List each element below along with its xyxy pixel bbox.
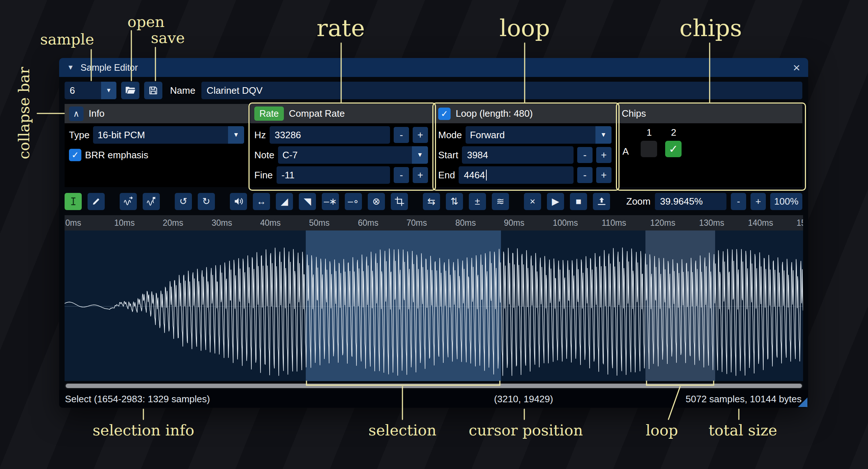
chevron-down-icon[interactable]: ▼ (101, 82, 116, 99)
text-caret (486, 170, 487, 181)
save-sample-button[interactable] (144, 82, 162, 99)
hz-input[interactable] (270, 126, 390, 144)
mode-label: Mode (438, 129, 462, 141)
annotation-loop-marker: loop (646, 422, 678, 439)
chevron-down-icon[interactable]: ▼ (595, 126, 612, 144)
hz-minus-button[interactable]: - (394, 127, 409, 143)
insert-silence-button[interactable]: –∗ (322, 193, 339, 210)
amplify-button[interactable] (230, 193, 247, 210)
loop-start-plus-button[interactable]: + (596, 147, 612, 163)
redo-button[interactable]: ↻ (198, 193, 215, 210)
note-label: Note (254, 150, 274, 161)
loop-start-minus-button[interactable]: - (577, 147, 593, 163)
waveform-path (65, 248, 803, 376)
sample-number-select[interactable]: 6 ▼ (65, 82, 116, 99)
status-total-size: 5072 samples, 10144 bytes (686, 393, 802, 404)
loop-start-input[interactable] (462, 146, 574, 164)
brr-emphasis-checkbox[interactable]: ✓ (69, 149, 81, 161)
edit-select-button[interactable] (65, 193, 82, 210)
chevron-down-icon[interactable]: ▼ (228, 126, 244, 144)
create-wavetable-button[interactable] (593, 193, 610, 210)
zoom-reset-button[interactable]: 100% (770, 193, 802, 210)
open-sample-button[interactable] (121, 82, 139, 99)
ruler-label: 120ms (650, 218, 675, 228)
chip-a2-checkbox[interactable]: ✓ (665, 141, 682, 157)
draw-button[interactable] (88, 193, 105, 210)
fine-input[interactable] (277, 166, 390, 184)
chips-panel-header: Chips (617, 104, 802, 123)
preview-button[interactable]: ▶ (547, 193, 564, 210)
apply-silence-button[interactable]: –∘ (345, 193, 362, 210)
fade-in-button[interactable]: ◢ (276, 193, 293, 210)
hz-label: Hz (254, 129, 266, 141)
ruler-label: 130ms (699, 218, 724, 228)
window-collapse-icon[interactable]: ▼ (67, 63, 74, 71)
crop-icon (394, 196, 405, 206)
loop-mode-select[interactable]: Forward ▼ (466, 126, 612, 144)
type-select[interactable]: 16-bit PCM ▼ (93, 126, 244, 144)
loop-end-plus-button[interactable]: + (596, 167, 612, 183)
stop-preview-button[interactable]: ■ (570, 193, 587, 210)
annotation-cursor-position: cursor position (468, 422, 583, 439)
screenshot-stage: sample open save rate loop chips collaps… (0, 0, 868, 469)
loop-end-input[interactable]: 4464 (459, 166, 574, 184)
ruler-label: 40ms (260, 218, 281, 228)
invert-button[interactable]: ⇅ (446, 193, 463, 210)
status-bar: Select (1654-2983: 1329 samples) (3210, … (59, 390, 808, 408)
name-label: Name (170, 85, 195, 96)
annotation-chips: chips (679, 15, 742, 42)
fine-label: Fine (254, 170, 273, 181)
brr-emphasis-label: BRR emphasis (85, 150, 148, 161)
delete-button[interactable]: ⊗ (368, 193, 385, 210)
note-value: C-7 (278, 146, 412, 164)
waveform-svg (65, 230, 803, 381)
ruler-label: 80ms (455, 218, 476, 228)
ruler-label: 150ms (796, 218, 803, 228)
close-icon[interactable]: × (793, 61, 800, 74)
type-value: 16-bit PCM (93, 126, 228, 144)
name-input[interactable] (201, 82, 802, 99)
filter-button[interactable]: ≋ (492, 193, 509, 210)
undo-button[interactable]: ↺ (175, 193, 192, 210)
rate-button[interactable]: Rate (254, 106, 284, 121)
rate-panel-body: Hz - + Note C-7 ▼ Fine (250, 123, 432, 187)
annotation-selection-info: selection info (93, 422, 194, 439)
annotation-loop: loop (499, 15, 550, 42)
fade-out-button[interactable]: ◥ (299, 193, 316, 210)
annotation-open: open (127, 13, 165, 31)
reverse-button[interactable]: ⇆ (423, 193, 440, 210)
info-panel-header: ∧ Info (65, 104, 248, 123)
fine-minus-button[interactable]: - (394, 167, 409, 183)
sample-number-value: 6 (65, 82, 101, 99)
scrollbar-thumb[interactable] (66, 384, 802, 388)
resize-grip[interactable] (798, 398, 807, 407)
resample-button[interactable] (143, 193, 160, 210)
loop-end-minus-button[interactable]: - (577, 167, 593, 183)
zoom-label: Zoom (626, 196, 651, 207)
trim-button[interactable] (391, 193, 408, 210)
annotation-rate: rate (317, 15, 365, 42)
status-selection-info: Select (1654-2983: 1329 samples) (65, 393, 210, 404)
chip-a1-checkbox[interactable] (641, 141, 657, 157)
waveform-view[interactable] (65, 230, 803, 381)
note-select[interactable]: C-7 ▼ (278, 146, 428, 164)
crossfade-loop-button[interactable]: × (524, 193, 541, 210)
sign-button[interactable]: ± (469, 193, 486, 210)
type-label: Type (69, 129, 89, 141)
horizontal-scrollbar[interactable] (65, 383, 803, 389)
zoom-in-button[interactable]: + (751, 193, 766, 210)
loop-start-label: Start (438, 150, 458, 161)
info-panel-title: Info (89, 108, 104, 119)
resize-button[interactable] (120, 193, 137, 210)
loop-enable-checkbox[interactable]: ✓ (438, 108, 451, 120)
chevron-down-icon[interactable]: ▼ (412, 146, 428, 164)
zoom-value[interactable]: 39.9645% (655, 193, 726, 210)
ruler-label: 30ms (212, 218, 232, 228)
normalize-button[interactable]: ↔ (253, 193, 270, 210)
collapse-chevron-icon[interactable]: ∧ (69, 106, 84, 121)
wave-resize-icon (123, 196, 134, 206)
titlebar: ▼ Sample Editor × (59, 58, 808, 77)
hz-plus-button[interactable]: + (413, 127, 428, 143)
zoom-out-button[interactable]: - (731, 193, 746, 210)
fine-plus-button[interactable]: + (413, 167, 428, 183)
